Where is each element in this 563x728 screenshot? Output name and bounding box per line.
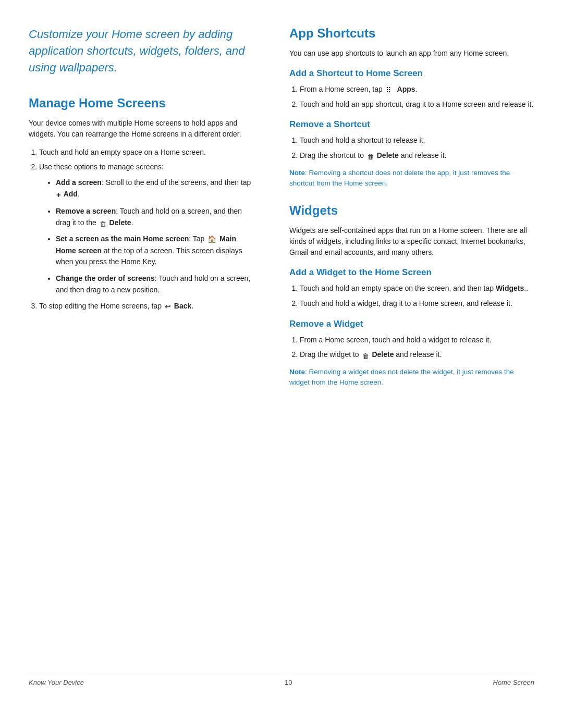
app-shortcuts-desc: You can use app shortcuts to launch an a… <box>289 48 534 59</box>
bullet-add-label: Add a screen <box>56 178 102 187</box>
manage-home-screens-title: Manage Home Screens <box>29 96 258 110</box>
remove-shortcut-title: Remove a Shortcut <box>289 119 534 130</box>
footer-right: Home Screen <box>493 678 534 686</box>
add-shortcut-title: Add a Shortcut to Home Screen <box>289 68 534 79</box>
right-column: App Shortcuts You can use app shortcuts … <box>289 26 534 652</box>
footer-left: Know Your Device <box>29 678 84 686</box>
bullet-order-label: Change the order of screens <box>56 274 155 282</box>
remove-shortcut-step-1: Touch and hold a shortcut to release it. <box>300 135 534 146</box>
remove-widget-title: Remove a Widget <box>289 319 534 329</box>
delete-icon-inline <box>100 218 106 227</box>
intro-text: Customize your Home screen by adding app… <box>29 26 258 76</box>
manage-desc: Your device comes with multiple Home scr… <box>29 118 258 140</box>
manage-step-2: Use these options to manage screens: Add… <box>39 162 258 295</box>
add-shortcut-step-1: From a Home screen, tap Apps. <box>300 84 534 95</box>
remove-widget-step-2: Drag the widget to Delete and release it… <box>300 349 534 361</box>
add-shortcut-step-2: Touch and hold an app shortcut, drag it … <box>300 99 534 110</box>
plus-icon: + <box>56 189 61 201</box>
add-widget-step-2: Touch and hold a widget, drag it to a Ho… <box>300 298 534 310</box>
manage-steps-list: Touch and hold an empty space on a Home … <box>29 147 258 313</box>
widgets-section: Widgets Widgets are self-contained apps … <box>289 203 534 388</box>
apps-icon-inline <box>386 85 394 93</box>
remove-widget-step-1: From a Home screen, touch and hold a wid… <box>300 335 534 346</box>
delete-icon-widget <box>362 351 369 359</box>
manage-step-1: Touch and hold an empty space on a Home … <box>39 147 258 158</box>
add-widget-title: Add a Widget to the Home Screen <box>289 267 534 278</box>
footer-page-number: 10 <box>285 678 292 686</box>
manage-bullets: Add a screen: Scroll to the end of the s… <box>44 177 258 295</box>
bullet-remove-label: Remove a screen <box>56 207 116 215</box>
app-shortcuts-title: App Shortcuts <box>289 26 534 41</box>
page: Customize your Home screen by adding app… <box>0 0 563 728</box>
manage-bullet-order: Change the order of screens: Touch and h… <box>56 273 258 295</box>
manage-bullet-add: Add a screen: Scroll to the end of the s… <box>56 177 258 201</box>
page-footer: Know Your Device 10 Home Screen <box>29 673 534 686</box>
widgets-desc: Widgets are self-contained apps that run… <box>289 225 534 258</box>
widgets-title: Widgets <box>289 203 534 218</box>
remove-shortcut-steps: Touch and hold a shortcut to release it.… <box>289 135 534 161</box>
remove-widget-steps: From a Home screen, touch and hold a wid… <box>289 335 534 361</box>
add-shortcut-steps: From a Home screen, tap Apps. Touch and … <box>289 84 534 110</box>
manage-bullet-main: Set a screen as the main Home screen: Ta… <box>56 233 258 268</box>
home-icon-inline: 🏠 <box>207 234 216 245</box>
add-widget-steps: Touch and hold an empty space on the scr… <box>289 283 534 309</box>
manage-step-3: To stop editing the Home screens, tap ↩ … <box>39 301 258 312</box>
remove-shortcut-note: Note: Removing a shortcut does not delet… <box>289 168 534 189</box>
back-icon-inline: ↩ <box>165 301 171 313</box>
bullet-main-label: Set a screen as the main Home screen <box>56 235 189 243</box>
manage-bullet-remove: Remove a screen: Touch and hold on a scr… <box>56 206 258 228</box>
remove-shortcut-step-2: Drag the shortcut to Delete and release … <box>300 150 534 162</box>
remove-widget-note: Note: Removing a widget does not delete … <box>289 367 534 388</box>
add-widget-step-1: Touch and hold an empty space on the scr… <box>300 283 534 294</box>
two-column-layout: Customize your Home screen by adding app… <box>29 26 534 652</box>
left-column: Customize your Home screen by adding app… <box>29 26 258 652</box>
delete-icon-shortcut <box>367 151 374 159</box>
